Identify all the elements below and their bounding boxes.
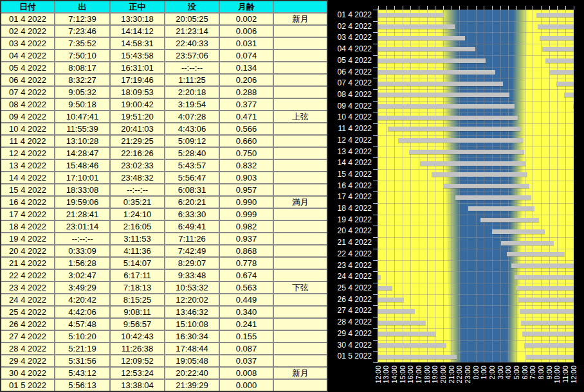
cell-age[interactable]: 0.241 bbox=[220, 319, 273, 330]
cell-age[interactable]: 0.868 bbox=[220, 245, 273, 256]
cell-rise[interactable]: 5:10:20 bbox=[55, 331, 109, 342]
cell-set[interactable]: 13:46:32 bbox=[165, 307, 219, 317]
cell-date[interactable]: 21 4 2022 bbox=[1, 258, 54, 269]
cell-set[interactable]: 6:33:30 bbox=[165, 209, 219, 220]
cell-transit[interactable]: 1:24:10 bbox=[111, 209, 164, 220]
cell-date[interactable]: 29 4 2022 bbox=[1, 355, 54, 366]
cell-set[interactable]: 10:53:32 bbox=[165, 282, 219, 293]
cell-date[interactable]: 22 4 2022 bbox=[1, 270, 54, 281]
cell-date[interactable]: 05 4 2022 bbox=[1, 62, 54, 73]
header-cell-phase[interactable] bbox=[274, 1, 327, 12]
cell-set[interactable]: 6:20:21 bbox=[165, 197, 219, 208]
cell-date[interactable]: 18 4 2022 bbox=[1, 221, 54, 232]
cell-transit[interactable]: 7:18:13 bbox=[111, 282, 164, 293]
cell-transit[interactable]: 0:35:21 bbox=[111, 197, 164, 208]
cell-date[interactable]: 01 4 2022 bbox=[1, 13, 54, 24]
cell-set[interactable]: --:--:-- bbox=[165, 62, 219, 73]
cell-rise[interactable]: 8:32:27 bbox=[55, 75, 109, 85]
cell-phase[interactable] bbox=[274, 148, 327, 159]
cell-date[interactable]: 01 5 2022 bbox=[1, 380, 54, 391]
cell-date[interactable]: 30 4 2022 bbox=[1, 368, 54, 379]
cell-transit[interactable]: 23:02:33 bbox=[111, 160, 164, 171]
cell-age[interactable]: 0.990 bbox=[220, 197, 273, 208]
cell-set[interactable]: 1:11:25 bbox=[165, 75, 219, 85]
cell-phase[interactable] bbox=[274, 38, 327, 49]
cell-date[interactable]: 27 4 2022 bbox=[1, 331, 54, 342]
cell-age[interactable]: 0.037 bbox=[220, 355, 273, 366]
cell-date[interactable]: 10 4 2022 bbox=[1, 123, 54, 134]
cell-set[interactable]: 15:10:08 bbox=[165, 319, 219, 330]
cell-date[interactable]: 16 4 2022 bbox=[1, 197, 54, 208]
cell-phase[interactable] bbox=[274, 136, 327, 147]
cell-age[interactable]: 0.937 bbox=[220, 233, 273, 244]
cell-date[interactable]: 03 4 2022 bbox=[1, 38, 54, 49]
cell-transit[interactable]: 11:26:38 bbox=[111, 343, 164, 354]
cell-set[interactable]: 21:39:29 bbox=[165, 380, 219, 391]
cell-set[interactable]: 16:30:34 bbox=[165, 331, 219, 342]
cell-set[interactable]: 8:29:07 bbox=[165, 258, 219, 269]
cell-age[interactable]: 0.832 bbox=[220, 160, 273, 171]
cell-transit[interactable]: 18:09:53 bbox=[111, 87, 164, 98]
cell-phase[interactable] bbox=[274, 160, 327, 171]
cell-phase[interactable]: 下弦 bbox=[274, 282, 327, 293]
cell-phase[interactable] bbox=[274, 123, 327, 134]
cell-transit[interactable]: 13:38:04 bbox=[111, 380, 164, 391]
cell-transit[interactable]: 12:53:24 bbox=[111, 368, 164, 379]
cell-rise[interactable]: 7:35:52 bbox=[55, 38, 109, 49]
cell-rise[interactable]: 5:56:13 bbox=[55, 380, 109, 391]
cell-age[interactable]: 0.957 bbox=[220, 184, 273, 195]
cell-transit[interactable]: 4:11:36 bbox=[111, 245, 164, 256]
cell-set[interactable]: 5:43:57 bbox=[165, 160, 219, 171]
cell-rise[interactable]: 13:10:28 bbox=[55, 136, 109, 147]
cell-age[interactable]: 0.074 bbox=[220, 50, 273, 61]
cell-age[interactable]: 0.982 bbox=[220, 221, 273, 232]
cell-age[interactable]: 0.999 bbox=[220, 209, 273, 220]
cell-transit[interactable]: 20:41:03 bbox=[111, 123, 164, 134]
cell-date[interactable]: 19 4 2022 bbox=[1, 233, 54, 244]
cell-date[interactable]: 04 4 2022 bbox=[1, 50, 54, 61]
cell-transit[interactable]: 12:09:52 bbox=[111, 355, 164, 366]
cell-phase[interactable] bbox=[274, 99, 327, 110]
cell-transit[interactable]: 3:11:53 bbox=[111, 233, 164, 244]
cell-age[interactable]: 0.674 bbox=[220, 270, 273, 281]
cell-date[interactable]: 06 4 2022 bbox=[1, 75, 54, 85]
cell-rise[interactable]: 23:01:14 bbox=[55, 221, 109, 232]
cell-transit[interactable]: 13:30:18 bbox=[111, 13, 164, 24]
cell-transit[interactable]: 23:48:32 bbox=[111, 172, 164, 183]
cell-transit[interactable]: --:--:-- bbox=[111, 184, 164, 195]
cell-phase[interactable] bbox=[274, 319, 327, 330]
cell-rise[interactable]: 4:20:42 bbox=[55, 294, 109, 305]
cell-phase[interactable] bbox=[274, 355, 327, 366]
cell-set[interactable]: 5:56:47 bbox=[165, 172, 219, 183]
cell-rise[interactable]: 7:23:46 bbox=[55, 26, 109, 37]
cell-set[interactable]: 22:40:33 bbox=[165, 38, 219, 49]
cell-transit[interactable]: 19:51:20 bbox=[111, 111, 164, 122]
cell-age[interactable]: 0.155 bbox=[220, 331, 273, 342]
cell-transit[interactable]: 2:16:05 bbox=[111, 221, 164, 232]
cell-rise[interactable]: 4:57:48 bbox=[55, 319, 109, 330]
cell-phase[interactable]: 上弦 bbox=[274, 111, 327, 122]
cell-set[interactable]: 20:22:40 bbox=[165, 368, 219, 379]
cell-transit[interactable]: 9:08:11 bbox=[111, 307, 164, 317]
cell-phase[interactable] bbox=[274, 294, 327, 305]
cell-date[interactable]: 08 4 2022 bbox=[1, 99, 54, 110]
cell-age[interactable]: 0.134 bbox=[220, 62, 273, 73]
cell-phase[interactable]: 満月 bbox=[274, 197, 327, 208]
cell-age[interactable]: 0.000 bbox=[220, 380, 273, 391]
cell-phase[interactable] bbox=[274, 380, 327, 391]
cell-set[interactable]: 17:48:44 bbox=[165, 343, 219, 354]
cell-phase[interactable]: 新月 bbox=[274, 368, 327, 379]
cell-age[interactable]: 0.778 bbox=[220, 258, 273, 269]
cell-rise[interactable]: 14:28:47 bbox=[55, 148, 109, 159]
cell-phase[interactable]: 新月 bbox=[274, 13, 327, 24]
cell-date[interactable]: 09 4 2022 bbox=[1, 111, 54, 122]
header-cell-set[interactable]: 没 bbox=[165, 1, 219, 12]
cell-phase[interactable] bbox=[274, 258, 327, 269]
cell-age[interactable]: 0.206 bbox=[220, 75, 273, 85]
cell-set[interactable]: 4:07:28 bbox=[165, 111, 219, 122]
cell-age[interactable]: 0.563 bbox=[220, 282, 273, 293]
cell-phase[interactable] bbox=[274, 233, 327, 244]
cell-set[interactable]: 7:11:26 bbox=[165, 233, 219, 244]
cell-age[interactable]: 0.006 bbox=[220, 26, 273, 37]
cell-set[interactable]: 6:49:41 bbox=[165, 221, 219, 232]
